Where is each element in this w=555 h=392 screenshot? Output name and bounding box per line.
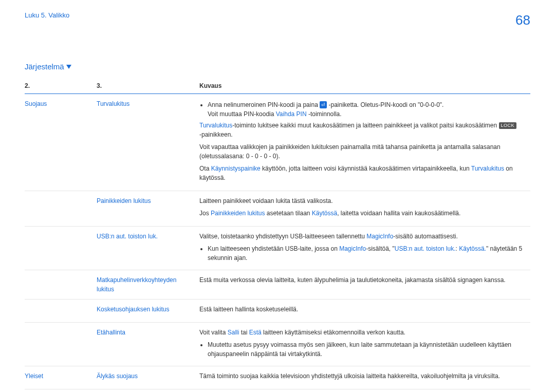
table-row: Matkapuhelinverkkoyhteyden lukitus Estä … xyxy=(25,270,530,299)
subitem-matkapuhelin-lukitus[interactable]: Matkapuhelinverkkoyhteyden lukitus xyxy=(97,270,199,299)
category-empty xyxy=(25,191,97,226)
chevron-down-icon xyxy=(66,65,71,69)
desc-cell: Tämä toiminto suojaa kaikkia televisioon… xyxy=(199,366,530,389)
link-kaytossa[interactable]: Käytössä xyxy=(312,210,337,217)
text: käyttöön, jotta laitteen voisi käynnistä… xyxy=(261,165,471,172)
link-esta[interactable]: Estä xyxy=(249,329,262,336)
table-row: Anynet+ (HDMI-CEC) Ks. Anynet+ (HDMI-CEC… xyxy=(25,389,530,392)
link-turvalukitus[interactable]: Turvalukitus xyxy=(199,122,232,129)
text: Voit valita xyxy=(199,329,228,336)
col-header-2: 2. xyxy=(25,78,97,94)
desc-cell: Estä muita verkossa olevia laitteita, ku… xyxy=(199,270,530,299)
breadcrumb[interactable]: Luku 5. Valikko xyxy=(25,10,69,21)
table-row: Etähallinta Voit valita Salli tai Estä l… xyxy=(25,322,530,366)
link-usb-aut[interactable]: USB:n aut. toiston luk. xyxy=(395,245,456,252)
text: , laitetta voidaan hallita vain kaukosää… xyxy=(337,210,460,217)
text: Voit muuttaa PIN-koodia xyxy=(208,110,276,118)
desc-cell: Ks. Anynet+ (HDMI-CEC) sivulla 70. xyxy=(199,389,530,392)
link-vaihda-pin[interactable]: Vaihda PIN xyxy=(276,110,307,118)
bullet-item: Anna nelinumeroinen PIN-koodi ja paina ⏎… xyxy=(208,100,526,119)
desc-cell: Laitteen painikkeet voidaan lukita tästä… xyxy=(199,191,530,226)
section-title-text: Järjestelmä xyxy=(25,61,64,73)
category-empty xyxy=(25,270,97,299)
link-magicinfo[interactable]: MagicInfo xyxy=(366,233,393,240)
text: Valitse, toistetaanko yhdistettyyn USB-l… xyxy=(199,233,366,240)
category-suojaus[interactable]: Suojaus xyxy=(25,94,97,191)
desc-cell: Valitse, toistetaanko yhdistettyyn USB-l… xyxy=(199,226,530,270)
category-empty xyxy=(25,299,97,322)
text: Estä laitteen hallinta kosketuseleillä. xyxy=(199,305,526,314)
subitem-alykas-suojaus[interactable]: Älykäs suojaus xyxy=(97,366,199,389)
page-number: 68 xyxy=(515,10,530,30)
desc-cell: Anna nelinumeroinen PIN-koodi ja paina ⏎… xyxy=(199,94,530,191)
lock-badge: LOCK xyxy=(499,122,517,129)
table-row: USB:n aut. toiston luk. Valitse, toistet… xyxy=(25,226,530,270)
text: Jos xyxy=(199,210,211,217)
subitem-painikkeiden-lukitus[interactable]: Painikkeiden lukitus xyxy=(97,191,199,226)
text: tai xyxy=(239,329,249,336)
table-header-row: 2. 3. Kuvaus xyxy=(25,78,530,94)
col-header-desc: Kuvaus xyxy=(199,78,530,94)
page-header: Luku 5. Valikko 68 xyxy=(25,10,530,30)
bullet-item: Kun laitteeseen yhdistetään USB-laite, j… xyxy=(208,244,526,263)
link-salli[interactable]: Salli xyxy=(228,329,239,336)
desc-cell: Voit valita Salli tai Estä laitteen käyt… xyxy=(199,322,530,366)
text: Kun laitteeseen yhdistetään USB-laite, j… xyxy=(208,245,339,252)
subitem-anynet[interactable]: Anynet+ (HDMI-CEC) xyxy=(97,389,199,392)
text: -sisältö automaattisesti. xyxy=(393,233,457,240)
link-magicinfo-2[interactable]: MagicInfo xyxy=(339,245,366,252)
subitem-turvalukitus[interactable]: Turvalukitus xyxy=(97,94,199,191)
col-header-3: 3. xyxy=(97,78,199,94)
link-painikkeiden-lukitus[interactable]: Painikkeiden lukitus xyxy=(211,210,265,217)
category-empty xyxy=(25,389,97,392)
settings-table: 2. 3. Kuvaus Suojaus Turvalukitus Anna n… xyxy=(25,78,530,393)
desc-cell: Estä laitteen hallinta kosketuseleillä. xyxy=(199,299,530,322)
text: Laitteen painikkeet voidaan lukita tästä… xyxy=(199,196,526,206)
category-empty xyxy=(25,322,97,366)
table-row: Suojaus Turvalukitus Anna nelinumeroinen… xyxy=(25,94,530,191)
table-row: Yleiset Älykäs suojaus Tämä toiminto suo… xyxy=(25,366,530,389)
enter-icon: ⏎ xyxy=(320,101,327,108)
text: -sisältöä, " xyxy=(366,245,395,252)
table-row: Kosketusohjauksen lukitus Estä laitteen … xyxy=(25,299,530,322)
section-title[interactable]: Järjestelmä xyxy=(25,61,530,73)
link-kaynnistyspainike[interactable]: Käynnistyspainike xyxy=(211,165,261,172)
text: Tämä toiminto suojaa kaikkia televisioon… xyxy=(199,371,526,381)
link-kaytossa-2[interactable]: Käytössä. xyxy=(459,245,486,252)
subitem-usb-aut-toiston-luk[interactable]: USB:n aut. toiston luk. xyxy=(97,226,199,270)
text: laitteen käyttämiseksi etäkomennoilla ve… xyxy=(262,329,405,336)
subitem-etahallinta[interactable]: Etähallinta xyxy=(97,322,199,366)
text: -painiketta. Oletus-PIN-koodi on "0-0-0-… xyxy=(328,101,443,108)
subitem-kosketusohjauksen-lukitus[interactable]: Kosketusohjauksen lukitus xyxy=(97,299,199,322)
category-empty xyxy=(25,226,97,270)
text: Ota xyxy=(199,165,211,172)
link-turvalukitus-2[interactable]: Turvalukitus xyxy=(471,165,504,172)
text: asetetaan tilaan xyxy=(265,210,311,217)
text: -painikkeen. xyxy=(199,131,233,138)
category-yleiset[interactable]: Yleiset xyxy=(25,366,97,389)
text: Voit vapauttaa valikkojen ja painikkeide… xyxy=(199,142,526,161)
text: -toiminto lukitsee kaikki muut kaukosäät… xyxy=(232,122,498,129)
table-row: Painikkeiden lukitus Laitteen painikkeet… xyxy=(25,191,530,226)
text: Estä muita verkossa olevia laitteita, ku… xyxy=(199,275,526,285)
text: Anna nelinumeroinen PIN-koodi ja paina xyxy=(208,101,320,108)
text: -toiminnolla. xyxy=(307,110,342,118)
bullet-item: Muutettu asetus pysyy voimassa myös sen … xyxy=(208,340,526,359)
